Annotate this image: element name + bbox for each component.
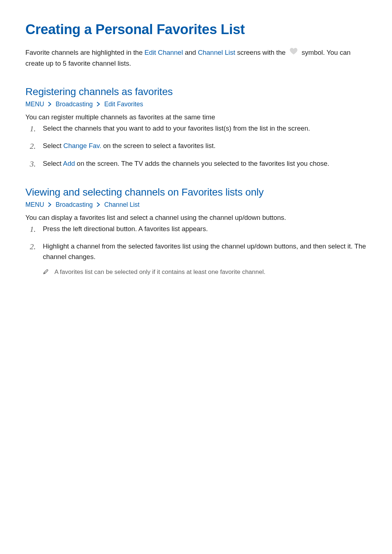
section2-lead: You can display a favorites list and sel… bbox=[25, 214, 367, 222]
breadcrumb-menu: MENU bbox=[25, 100, 44, 108]
section1-title: Registering channels as favorites bbox=[25, 86, 367, 98]
breadcrumb-2: MENU Broadcasting Channel List bbox=[25, 201, 367, 209]
chevron-right-icon bbox=[97, 201, 100, 209]
note-text: A favorites list can be selected only if… bbox=[54, 267, 265, 277]
step-suffix: on the screen to select a favorites list… bbox=[101, 142, 216, 149]
chevron-right-icon bbox=[48, 100, 52, 108]
page-title: Creating a Personal Favorites List bbox=[25, 22, 367, 37]
step-text: Highlight a channel from the selected fa… bbox=[43, 242, 366, 260]
intro-text-2: screens with the bbox=[235, 49, 287, 56]
section2-title: Viewing and selecting channels on Favori… bbox=[25, 186, 367, 198]
breadcrumb-menu: MENU bbox=[25, 201, 44, 208]
note: A favorites list can be selected only if… bbox=[43, 267, 367, 278]
heart-icon bbox=[290, 48, 298, 58]
section1-lead: You can register multiple channels as fa… bbox=[25, 113, 367, 121]
add-link: Add bbox=[63, 160, 75, 167]
breadcrumb-channel-list: Channel List bbox=[104, 201, 139, 208]
step-prefix: Select bbox=[43, 160, 63, 167]
step-item: Select Add on the screen. The TV adds th… bbox=[43, 159, 367, 169]
breadcrumb-1: MENU Broadcasting Edit Favorites bbox=[25, 100, 367, 109]
step-item: Select the channels that you want to add… bbox=[43, 123, 367, 134]
channel-list-link: Channel List bbox=[198, 49, 235, 56]
chevron-right-icon bbox=[97, 100, 100, 108]
step-prefix: Select bbox=[43, 142, 64, 149]
step-item: Select Change Fav. on the screen to sele… bbox=[43, 141, 367, 151]
pencil-icon bbox=[43, 268, 49, 278]
section1-steps: Select the channels that you want to add… bbox=[25, 123, 367, 169]
breadcrumb-broadcasting: Broadcasting bbox=[56, 100, 93, 108]
step-text: Select the channels that you want to add… bbox=[43, 124, 310, 132]
section2-steps: Press the left directional button. A fav… bbox=[25, 224, 367, 278]
step-item: Press the left directional button. A fav… bbox=[43, 224, 367, 234]
intro-paragraph: Favorite channels are highlighted in the… bbox=[25, 48, 367, 69]
change-fav-link: Change Fav. bbox=[64, 142, 102, 149]
breadcrumb-broadcasting: Broadcasting bbox=[56, 201, 93, 208]
edit-channel-link: Edit Channel bbox=[144, 49, 183, 56]
step-item: Highlight a channel from the selected fa… bbox=[43, 241, 367, 278]
step-suffix: on the screen. The TV adds the channels … bbox=[75, 160, 329, 167]
breadcrumb-edit-favorites: Edit Favorites bbox=[104, 100, 143, 108]
intro-text-1: Favorite channels are highlighted in the bbox=[25, 49, 144, 56]
intro-text-and: and bbox=[183, 49, 198, 56]
chevron-right-icon bbox=[48, 201, 52, 209]
step-text: Press the left directional button. A fav… bbox=[43, 225, 208, 233]
